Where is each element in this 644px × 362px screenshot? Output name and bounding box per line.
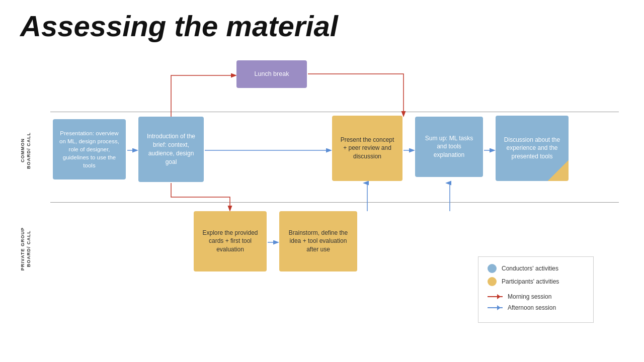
divider-top (50, 112, 619, 112)
box-intro: Introduction of the brief: context, audi… (138, 117, 204, 182)
page: Assessing the material COMMONBOARD/ CALL… (0, 0, 644, 362)
box-sumup: Sum up: ML tasks and tools explanation (415, 117, 483, 177)
legend-participants: Participants' activities (488, 277, 584, 286)
legend-conductors: Conductors' activities (488, 264, 584, 273)
legend-participants-icon (488, 277, 497, 286)
section-label-common: COMMONBOARD/ CALL (20, 127, 48, 175)
box-lunch: Lunch break (236, 60, 307, 88)
legend-morning-arrow (488, 296, 503, 297)
box-explore: Explore the provided cards + first tool … (194, 211, 267, 272)
legend: Conductors' activities Participants' act… (478, 256, 594, 323)
legend-conductors-icon (488, 264, 497, 273)
page-title: Assessing the material (20, 10, 624, 42)
box-present-concept: Present the concept + peer review and di… (332, 116, 403, 181)
box-presentation: Presentation: overview on ML, design pro… (53, 119, 126, 179)
diagram-area: COMMONBOARD/ CALL PRIVATE GROUPBOARD/ CA… (20, 51, 624, 338)
legend-morning: Morning session (488, 293, 584, 300)
legend-afternoon-arrow (488, 307, 503, 308)
legend-afternoon: Afternoon session (488, 304, 584, 311)
divider-bottom (50, 202, 619, 203)
section-label-private: PRIVATE GROUPBOARD/ CALL (20, 227, 48, 270)
box-discussion: Discussion about the experience and the … (496, 116, 569, 181)
box-brainstorm: Brainstorm, define the idea + tool evalu… (279, 211, 357, 272)
